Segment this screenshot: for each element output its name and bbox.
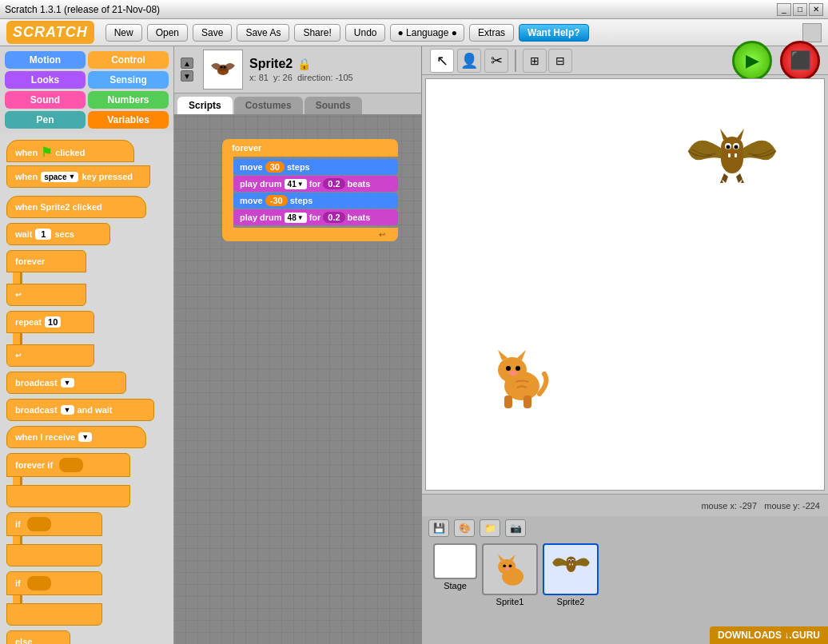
- stage-item[interactable]: Stage: [433, 543, 477, 641]
- camera-sprite-btn[interactable]: 📷: [505, 519, 526, 537]
- category-motion[interactable]: Motion: [5, 51, 86, 69]
- sprite-lock-icon: 🔒: [297, 58, 311, 70]
- paint-sprite-btn[interactable]: 🎨: [454, 519, 475, 537]
- forever-block-header: forever: [222, 139, 398, 157]
- svg-point-10: [509, 371, 517, 376]
- category-control[interactable]: Control: [88, 51, 169, 69]
- block-wait[interactable]: wait 1 secs: [6, 223, 110, 245]
- block-when-key[interactable]: when space ▼ key pressed: [6, 165, 150, 188]
- pointer-tool[interactable]: ↖: [430, 49, 454, 73]
- open-button[interactable]: Open: [147, 24, 188, 42]
- block-when-sprite-clicked[interactable]: when Sprite2 clicked: [6, 196, 146, 218]
- category-pen[interactable]: Pen: [5, 111, 86, 129]
- svg-point-9: [516, 366, 520, 371]
- menu-bar: SCRATCH New Open Save Save As Share! Und…: [0, 19, 828, 46]
- svg-rect-37: [569, 563, 570, 565]
- sprite1-label: Sprite1: [496, 597, 524, 606]
- scale-up-tool[interactable]: ⊞: [523, 49, 547, 73]
- svg-rect-12: [523, 396, 531, 408]
- svg-rect-23: [734, 153, 737, 157]
- title-bar: Scratch 1.3.1 (release of 21-Nov-08) _ □…: [0, 0, 828, 19]
- save-as-button[interactable]: Save As: [237, 24, 289, 42]
- svg-point-14: [721, 137, 743, 157]
- tab-sounds[interactable]: Sounds: [305, 97, 362, 114]
- svg-point-3: [224, 66, 226, 69]
- stamp-tool[interactable]: 👤: [457, 49, 481, 73]
- tab-scripts[interactable]: Scripts: [177, 97, 233, 114]
- window-controls[interactable]: _ □ ✕: [777, 3, 823, 16]
- svg-point-29: [508, 564, 512, 567]
- block-if2[interactable]: if: [6, 571, 102, 626]
- category-sensing[interactable]: Sensing: [88, 71, 169, 89]
- category-buttons: Motion Control Looks Sensing Sound Numbe…: [0, 46, 173, 133]
- scratch-logo: SCRATCH: [6, 21, 94, 44]
- right-panel: ↖ 👤 ✂ ⊞ ⊟ ▶ ⬛: [422, 46, 828, 644]
- move1-block[interactable]: move 30 steps: [233, 159, 398, 175]
- help-button[interactable]: Want Help?: [519, 24, 589, 42]
- sprite-item-2[interactable]: Sprite2: [543, 543, 599, 641]
- page-icon: [802, 23, 822, 42]
- block-when-clicked[interactable]: when ⚑ clicked: [6, 140, 134, 162]
- scissors-tool[interactable]: ✂: [484, 49, 508, 73]
- mouse-coords: mouse x: -297 mouse y: -224: [701, 501, 820, 511]
- block-forever-if[interactable]: forever if: [6, 453, 130, 507]
- tool-buttons: ↖ 👤 ✂ ⊞ ⊟: [430, 49, 572, 73]
- close-button[interactable]: ✕: [809, 3, 823, 16]
- prev-sprite-btn[interactable]: ▲: [181, 58, 193, 69]
- category-sound[interactable]: Sound: [5, 91, 86, 109]
- category-variables[interactable]: Variables: [88, 111, 169, 129]
- block-when-receive[interactable]: when I receive ▼: [6, 426, 146, 448]
- save-sprite-btn[interactable]: 💾: [428, 519, 449, 537]
- script-editor[interactable]: forever move 30 steps play: [174, 115, 421, 644]
- svg-marker-16: [736, 129, 744, 140]
- svg-point-21: [729, 149, 735, 153]
- block-broadcast[interactable]: broadcast ▼: [6, 372, 126, 394]
- extras-button[interactable]: Extras: [469, 24, 514, 42]
- sprite-panel-toolbar: 💾 🎨 📁 📷: [422, 516, 828, 540]
- block-forever[interactable]: forever ↩: [6, 250, 86, 306]
- cat-sprite: [482, 338, 554, 410]
- language-button[interactable]: ● Language ●: [390, 24, 464, 42]
- undo-button[interactable]: Undo: [345, 24, 386, 42]
- block-repeat[interactable]: repeat 10 ↩: [6, 311, 94, 367]
- sprite2-label: Sprite2: [557, 597, 585, 606]
- tab-costumes[interactable]: Costumes: [234, 97, 303, 114]
- sprite-info: Sprite2 🔒 x: 81 y: 26 direction: -105: [249, 57, 415, 82]
- category-numbers[interactable]: Numbers: [88, 91, 169, 109]
- svg-point-19: [726, 145, 730, 149]
- sprite2-thumbnail: [543, 543, 599, 595]
- play-drum2-block[interactable]: play drum 48▼ for 0.2 beats: [233, 209, 398, 225]
- svg-point-36: [571, 560, 573, 562]
- block-broadcast-wait[interactable]: broadcast ▼ and wait: [6, 399, 154, 421]
- svg-point-5: [498, 357, 527, 383]
- sprite-thumbnail: [203, 50, 243, 89]
- svg-point-8: [506, 366, 511, 371]
- bat-sprite: [680, 119, 784, 215]
- save-button[interactable]: Save: [193, 24, 232, 42]
- scale-down-tool[interactable]: ⊟: [548, 49, 572, 73]
- play-drum1-block[interactable]: play drum 41▼ for 0.2 beats: [233, 176, 398, 192]
- flag-icon: ⚑: [41, 145, 52, 160]
- tool-divider: [515, 50, 516, 72]
- block-else[interactable]: else: [6, 630, 70, 644]
- block-if[interactable]: if: [6, 512, 102, 566]
- maximize-button[interactable]: □: [793, 3, 807, 16]
- minimize-button[interactable]: _: [777, 3, 791, 16]
- sprite-panel: 💾 🎨 📁 📷 Stage: [422, 516, 828, 644]
- category-looks[interactable]: Looks: [5, 71, 86, 89]
- main-area: Motion Control Looks Sensing Sound Numbe…: [0, 46, 828, 644]
- move2-block[interactable]: move -30 steps: [233, 193, 398, 209]
- svg-point-35: [568, 560, 570, 562]
- svg-rect-22: [728, 153, 730, 157]
- sprite1-thumbnail: [482, 543, 538, 595]
- svg-point-20: [734, 145, 738, 149]
- new-button[interactable]: New: [105, 24, 142, 42]
- next-sprite-btn[interactable]: ▼: [181, 70, 193, 81]
- svg-rect-38: [571, 563, 572, 565]
- share-button[interactable]: Share!: [294, 24, 340, 42]
- stop-button[interactable]: ⬛: [780, 41, 820, 81]
- go-button[interactable]: ▶: [732, 41, 772, 81]
- folder-sprite-btn[interactable]: 📁: [480, 519, 500, 537]
- sprite-item-1[interactable]: Sprite1: [482, 543, 538, 641]
- stage-thumbnail: [433, 543, 477, 579]
